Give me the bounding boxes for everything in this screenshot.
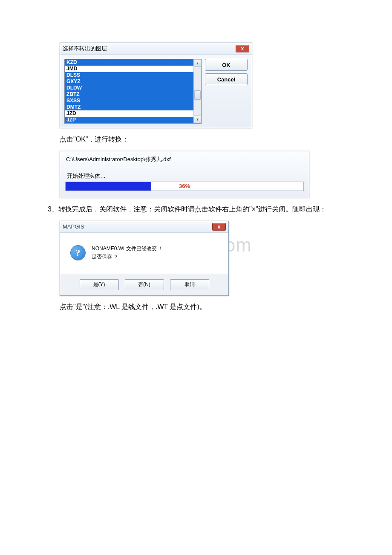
close-icon[interactable]: x (212, 223, 226, 231)
list-item[interactable]: ZBTZ (65, 91, 193, 98)
list-item[interactable]: JZP (65, 117, 193, 123)
list-item[interactable]: GXYZ (65, 78, 193, 85)
dialog-message: NONAME0.WL文件已经改变 ！ 是否保存 ？ (92, 245, 163, 261)
list-item[interactable]: JMD (65, 66, 193, 72)
dialog-title: MAPGIS (63, 223, 84, 230)
dialog-title: 选择不转出的图层 (63, 45, 107, 52)
dialog-titlebar: MAPGIS x (60, 221, 228, 233)
progress-bar: 36% (65, 182, 304, 191)
list-item[interactable]: DMTZ (65, 104, 193, 110)
cancel-button[interactable]: 取消 (170, 279, 209, 290)
question-icon: ? (70, 245, 86, 260)
scroll-down-icon[interactable]: ▼ (194, 116, 201, 123)
instruction-text: 点击"OK"，进行转换： (60, 133, 358, 146)
progress-percent: 36% (66, 183, 303, 189)
dialog-titlebar: 选择不转出的图层 x (60, 43, 252, 55)
list-item[interactable]: KZD (65, 59, 193, 66)
no-button[interactable]: 否(N) (125, 279, 164, 290)
list-item[interactable]: DLDW (65, 85, 193, 91)
layer-listbox[interactable]: KZD JMD DLSS GXYZ DLDW ZBTZ SXSS DMTZ JZ… (64, 59, 202, 124)
instruction-text: 3、转换完成后，关闭软件，注意：关闭软件时请点击软件右上角的"×"进行关闭。随即… (34, 203, 358, 216)
ok-button[interactable]: OK (205, 59, 248, 71)
scroll-up-icon[interactable]: ▲ (194, 59, 201, 67)
instruction-text: 点击"是"(注意：.WL 是线文件，.WT 是点文件)。 (60, 301, 358, 313)
progress-dialog: C:\Users\Administrator\Desktop\张秀九.dxf 开… (60, 151, 309, 198)
list-item[interactable]: DLSS (65, 72, 193, 78)
file-path: C:\Users\Administrator\Desktop\张秀九.dxf (65, 155, 304, 167)
list-item[interactable]: JZD (65, 110, 193, 117)
scroll-track[interactable] (194, 67, 201, 116)
scrollbar[interactable]: ▲ ▼ (193, 59, 201, 123)
list-item[interactable]: SXSS (65, 98, 193, 104)
cancel-button[interactable]: Cancel (205, 73, 248, 85)
save-confirm-dialog: MAPGIS x ? NONAME0.WL文件已经改变 ！ 是否保存 ？ 是(Y… (60, 221, 229, 296)
layer-select-dialog: 选择不转出的图层 x KZD JMD DLSS GXYZ DLDW ZBTZ S… (60, 43, 252, 128)
close-icon[interactable]: x (236, 45, 249, 52)
yes-button[interactable]: 是(Y) (80, 279, 119, 290)
progress-label: 开始处理实体… (65, 167, 304, 182)
scroll-thumb[interactable] (194, 90, 201, 100)
